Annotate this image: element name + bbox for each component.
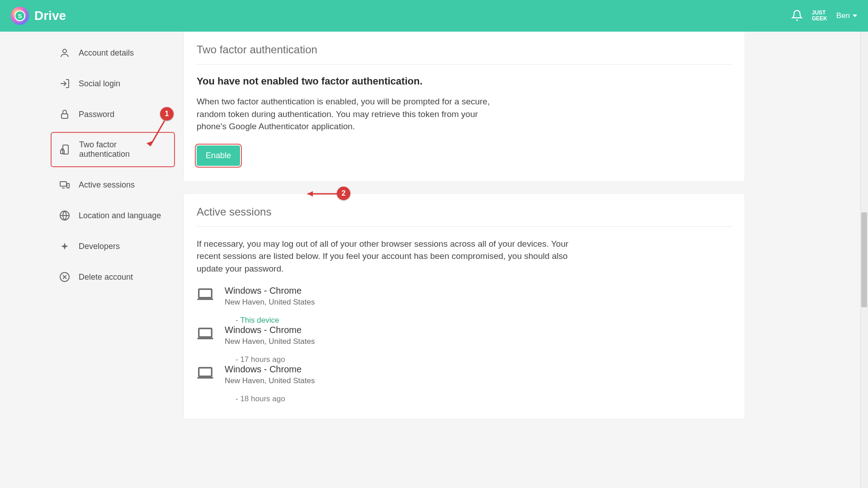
badge-line2: GEEK [812,16,827,22]
sidebar-item-location-language[interactable]: Location and language [51,202,175,229]
notifications-button[interactable] [791,9,803,23]
annotation-badge-2: 2 [337,187,350,200]
svg-marker-9 [61,243,68,250]
api-icon [59,240,71,252]
annotation-badge-1: 1 [160,107,174,121]
two-factor-title: Two factor authentication [197,43,732,65]
lock-icon [59,108,71,120]
sidebar-item-label: Location and language [79,211,161,221]
enable-two-factor-button[interactable]: Enable [197,145,240,166]
sidebar-item-developers[interactable]: Developers [51,233,175,259]
app-logo[interactable]: S [11,7,29,25]
two-factor-status: You have not enabled two factor authenti… [197,75,732,87]
two-factor-description: When two factor authentication is enable… [197,95,495,133]
user-menu[interactable]: Ben [836,11,857,20]
chevron-down-icon [853,14,857,17]
devices-icon [59,179,71,191]
person-icon [59,47,71,59]
sidebar-item-active-sessions[interactable]: Active sessions [51,172,175,198]
session-meta: - This device [197,316,732,325]
sidebar-item-label: Password [79,110,114,119]
this-device-badge: This device [240,316,279,324]
vertical-scrollbar[interactable] [860,32,868,488]
session-location: New Haven, United States [225,337,315,346]
main-content: Two factor authentication You have not e… [175,32,868,488]
sidebar-item-label: Active sessions [79,180,135,190]
svg-rect-5 [60,182,66,186]
sidebar-item-label: Delete account [79,272,133,282]
laptop-icon [197,366,215,381]
svg-rect-17 [199,368,212,376]
active-sessions-card: Active sessions If necessary, you may lo… [184,194,745,419]
login-arrow-icon [59,78,71,89]
globe-icon [59,210,71,221]
laptop-icon [197,327,215,342]
laptop-icon [197,287,215,303]
session-item: Windows - Chrome New Haven, United State… [197,364,732,404]
sidebar-item-label: Social login [79,79,120,89]
active-sessions-title: Active sessions [197,206,732,227]
settings-sidebar: Account details Social login Password Tw… [51,32,175,488]
user-name: Ben [836,11,850,20]
session-item: Windows - Chrome New Haven, United State… [197,286,732,325]
session-meta: - 18 hours ago [197,394,732,404]
brand-name: Drive [34,9,66,23]
svg-marker-20 [146,141,154,146]
session-device: Windows - Chrome [225,325,315,335]
svg-rect-13 [199,289,212,298]
sidebar-item-social-login[interactable]: Social login [51,70,175,97]
sidebar-item-account-details[interactable]: Account details [51,40,175,66]
svg-rect-6 [67,183,69,188]
device-lock-icon [60,144,71,155]
app-header: S Drive JUST GEEK Ben [0,0,868,32]
svg-rect-15 [199,328,212,337]
scrollbar-thumb[interactable] [861,212,867,307]
session-meta: - 17 hours ago [197,355,732,364]
two-factor-card: Two factor authentication You have not e… [184,32,745,181]
sidebar-item-delete-account[interactable]: Delete account [51,264,175,290]
svg-marker-22 [307,191,313,197]
sidebar-item-label: Account details [79,48,134,58]
logo-inner-icon: S [14,10,25,21]
session-location: New Haven, United States [225,376,315,385]
annotation-arrow-1 [145,121,167,154]
annotation-arrow-2 [303,191,339,199]
page-body: Account details Social login Password Tw… [0,32,868,488]
session-item: Windows - Chrome New Haven, United State… [197,325,732,364]
svg-rect-2 [61,114,68,118]
header-left: S Drive [11,7,66,25]
just-geek-badge: JUST GEEK [812,10,827,21]
session-location: New Haven, United States [225,298,315,307]
session-device: Windows - Chrome [225,364,315,375]
svg-point-0 [63,49,66,53]
close-circle-icon [59,271,71,283]
sidebar-item-label: Developers [79,242,120,251]
bell-icon [791,9,803,21]
active-sessions-description: If necessary, you may log out of all of … [197,238,590,275]
session-device: Windows - Chrome [225,286,315,296]
header-right: JUST GEEK Ben [791,9,857,23]
